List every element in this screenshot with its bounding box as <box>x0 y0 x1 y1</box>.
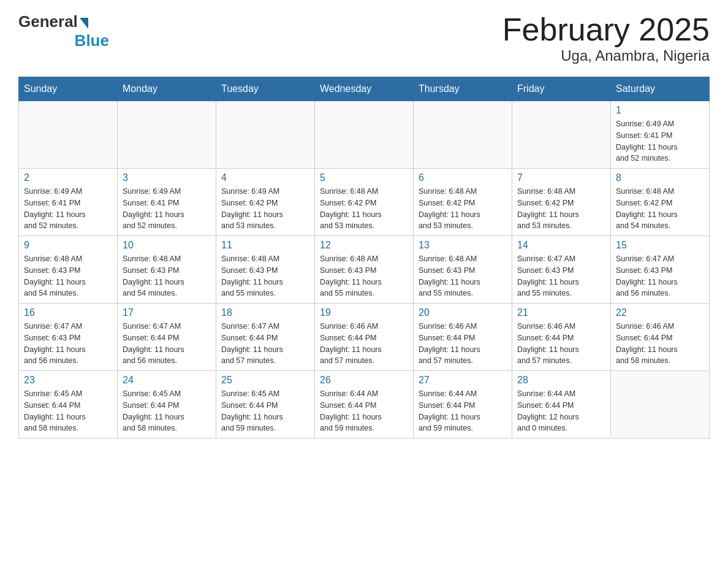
calendar-cell: 3Sunrise: 6:49 AMSunset: 6:41 PMDaylight… <box>118 169 216 236</box>
day-info: Sunrise: 6:46 AMSunset: 6:44 PMDaylight:… <box>616 321 704 367</box>
day-info: Sunrise: 6:45 AMSunset: 6:44 PMDaylight:… <box>221 388 309 434</box>
day-number: 1 <box>616 105 704 116</box>
day-number: 28 <box>517 375 605 386</box>
day-number: 24 <box>123 375 211 386</box>
calendar-cell <box>611 371 710 439</box>
day-info: Sunrise: 6:44 AMSunset: 6:44 PMDaylight:… <box>320 388 408 434</box>
day-number: 11 <box>221 240 309 251</box>
day-info: Sunrise: 6:45 AMSunset: 6:44 PMDaylight:… <box>123 388 211 434</box>
day-number: 25 <box>221 375 309 386</box>
calendar-cell: 13Sunrise: 6:48 AMSunset: 6:43 PMDayligh… <box>414 236 512 304</box>
day-info: Sunrise: 6:44 AMSunset: 6:44 PMDaylight:… <box>419 388 507 434</box>
day-number: 27 <box>419 375 507 386</box>
day-info: Sunrise: 6:48 AMSunset: 6:43 PMDaylight:… <box>221 253 309 299</box>
calendar-cell: 17Sunrise: 6:47 AMSunset: 6:44 PMDayligh… <box>118 304 216 371</box>
day-number: 23 <box>24 375 112 386</box>
day-header-thursday: Thursday <box>414 77 512 101</box>
calendar-cell: 22Sunrise: 6:46 AMSunset: 6:44 PMDayligh… <box>611 304 710 371</box>
calendar-cell: 6Sunrise: 6:48 AMSunset: 6:42 PMDaylight… <box>414 169 512 236</box>
calendar-week-row: 16Sunrise: 6:47 AMSunset: 6:43 PMDayligh… <box>19 304 710 371</box>
day-number: 4 <box>221 172 309 183</box>
calendar-cell: 2Sunrise: 6:49 AMSunset: 6:41 PMDaylight… <box>19 169 118 236</box>
calendar-cell <box>512 101 611 169</box>
day-info: Sunrise: 6:46 AMSunset: 6:44 PMDaylight:… <box>517 321 605 367</box>
calendar-cell: 18Sunrise: 6:47 AMSunset: 6:44 PMDayligh… <box>216 304 315 371</box>
calendar-cell: 1Sunrise: 6:49 AMSunset: 6:41 PMDaylight… <box>611 101 710 169</box>
day-info: Sunrise: 6:45 AMSunset: 6:44 PMDaylight:… <box>24 388 112 434</box>
day-info: Sunrise: 6:48 AMSunset: 6:42 PMDaylight:… <box>320 186 408 232</box>
day-header-monday: Monday <box>118 77 216 101</box>
day-info: Sunrise: 6:48 AMSunset: 6:43 PMDaylight:… <box>320 253 408 299</box>
calendar-cell: 19Sunrise: 6:46 AMSunset: 6:44 PMDayligh… <box>315 304 414 371</box>
calendar-table: SundayMondayTuesdayWednesdayThursdayFrid… <box>18 77 710 439</box>
logo: General Genera Blue <box>18 12 109 50</box>
day-number: 16 <box>24 307 112 318</box>
day-number: 8 <box>616 172 704 183</box>
day-header-wednesday: Wednesday <box>315 77 414 101</box>
title-section: February 2025 Uga, Anambra, Nigeria <box>502 12 710 64</box>
day-number: 7 <box>517 172 605 183</box>
calendar-cell: 16Sunrise: 6:47 AMSunset: 6:43 PMDayligh… <box>19 304 118 371</box>
day-info: Sunrise: 6:48 AMSunset: 6:42 PMDaylight:… <box>517 186 605 232</box>
calendar-cell: 8Sunrise: 6:48 AMSunset: 6:42 PMDaylight… <box>611 169 710 236</box>
calendar-title: February 2025 <box>502 12 710 47</box>
day-number: 14 <box>517 240 605 251</box>
calendar-week-row: 2Sunrise: 6:49 AMSunset: 6:41 PMDaylight… <box>19 169 710 236</box>
day-info: Sunrise: 6:47 AMSunset: 6:43 PMDaylight:… <box>616 253 704 299</box>
day-info: Sunrise: 6:49 AMSunset: 6:42 PMDaylight:… <box>221 186 309 232</box>
day-info: Sunrise: 6:46 AMSunset: 6:44 PMDaylight:… <box>419 321 507 367</box>
calendar-cell: 26Sunrise: 6:44 AMSunset: 6:44 PMDayligh… <box>315 371 414 439</box>
day-number: 26 <box>320 375 408 386</box>
day-info: Sunrise: 6:47 AMSunset: 6:43 PMDaylight:… <box>24 321 112 367</box>
day-info: Sunrise: 6:48 AMSunset: 6:42 PMDaylight:… <box>616 186 704 232</box>
day-number: 15 <box>616 240 704 251</box>
calendar-cell: 5Sunrise: 6:48 AMSunset: 6:42 PMDaylight… <box>315 169 414 236</box>
day-info: Sunrise: 6:44 AMSunset: 6:44 PMDaylight:… <box>517 388 605 434</box>
day-number: 2 <box>24 172 112 183</box>
calendar-cell: 14Sunrise: 6:47 AMSunset: 6:43 PMDayligh… <box>512 236 611 304</box>
day-info: Sunrise: 6:48 AMSunset: 6:43 PMDaylight:… <box>24 253 112 299</box>
calendar-week-row: 23Sunrise: 6:45 AMSunset: 6:44 PMDayligh… <box>19 371 710 439</box>
calendar-cell <box>216 101 315 169</box>
calendar-cell <box>118 101 216 169</box>
day-number: 19 <box>320 307 408 318</box>
calendar-cell: 21Sunrise: 6:46 AMSunset: 6:44 PMDayligh… <box>512 304 611 371</box>
day-number: 22 <box>616 307 704 318</box>
day-info: Sunrise: 6:49 AMSunset: 6:41 PMDaylight:… <box>123 186 211 232</box>
day-number: 17 <box>123 307 211 318</box>
calendar-cell <box>414 101 512 169</box>
logo-arrow-icon <box>80 18 88 29</box>
page-header: General Genera Blue February 2025 Uga, A… <box>18 12 710 64</box>
day-number: 18 <box>221 307 309 318</box>
calendar-cell: 23Sunrise: 6:45 AMSunset: 6:44 PMDayligh… <box>19 371 118 439</box>
day-header-sunday: Sunday <box>19 77 118 101</box>
calendar-cell: 4Sunrise: 6:49 AMSunset: 6:42 PMDaylight… <box>216 169 315 236</box>
day-number: 20 <box>419 307 507 318</box>
calendar-cell: 12Sunrise: 6:48 AMSunset: 6:43 PMDayligh… <box>315 236 414 304</box>
day-info: Sunrise: 6:46 AMSunset: 6:44 PMDaylight:… <box>320 321 408 367</box>
calendar-cell <box>315 101 414 169</box>
logo-blue-text: Blue <box>75 31 109 50</box>
day-header-saturday: Saturday <box>611 77 710 101</box>
day-number: 12 <box>320 240 408 251</box>
day-number: 3 <box>123 172 211 183</box>
calendar-cell: 27Sunrise: 6:44 AMSunset: 6:44 PMDayligh… <box>414 371 512 439</box>
day-info: Sunrise: 6:48 AMSunset: 6:43 PMDaylight:… <box>419 253 507 299</box>
day-info: Sunrise: 6:48 AMSunset: 6:43 PMDaylight:… <box>123 253 211 299</box>
day-number: 10 <box>123 240 211 251</box>
day-number: 5 <box>320 172 408 183</box>
calendar-cell: 9Sunrise: 6:48 AMSunset: 6:43 PMDaylight… <box>19 236 118 304</box>
day-number: 9 <box>24 240 112 251</box>
calendar-cell: 24Sunrise: 6:45 AMSunset: 6:44 PMDayligh… <box>118 371 216 439</box>
calendar-cell: 11Sunrise: 6:48 AMSunset: 6:43 PMDayligh… <box>216 236 315 304</box>
day-info: Sunrise: 6:49 AMSunset: 6:41 PMDaylight:… <box>24 186 112 232</box>
calendar-cell: 28Sunrise: 6:44 AMSunset: 6:44 PMDayligh… <box>512 371 611 439</box>
day-info: Sunrise: 6:47 AMSunset: 6:43 PMDaylight:… <box>517 253 605 299</box>
day-info: Sunrise: 6:49 AMSunset: 6:41 PMDaylight:… <box>616 118 704 164</box>
calendar-cell: 7Sunrise: 6:48 AMSunset: 6:42 PMDaylight… <box>512 169 611 236</box>
day-number: 21 <box>517 307 605 318</box>
calendar-cell: 15Sunrise: 6:47 AMSunset: 6:43 PMDayligh… <box>611 236 710 304</box>
calendar-week-row: 9Sunrise: 6:48 AMSunset: 6:43 PMDaylight… <box>19 236 710 304</box>
logo-general-text: General <box>18 12 78 31</box>
day-number: 6 <box>419 172 507 183</box>
